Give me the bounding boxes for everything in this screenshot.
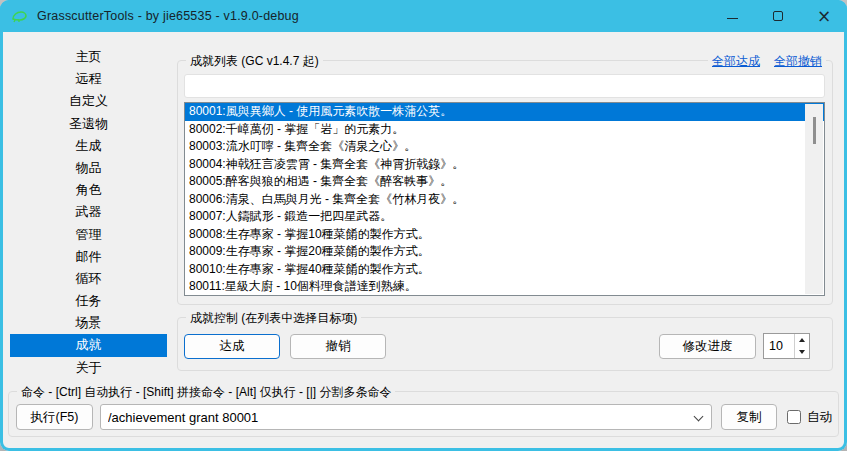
minimize-icon <box>727 18 738 19</box>
achievement-search-input[interactable] <box>184 74 825 98</box>
achievement-row[interactable]: 80011:星級大廚 - 10個料理食譜達到熟練。 <box>185 278 824 296</box>
achievement-row[interactable]: 80004:神戟狂言凌雲霄 - 集齊全套《神霄折戟錄》。 <box>185 156 824 174</box>
window-title: GrasscutterTools - by jie65535 - v1.9.0-… <box>37 9 299 23</box>
grant-button[interactable]: 达成 <box>184 334 280 359</box>
sidebar-item-4[interactable]: 圣遗物 <box>10 113 167 135</box>
achievement-row[interactable]: 80001:風與異鄉人 - 使用風元素吹散一株蒲公英。 <box>185 103 824 121</box>
achievement-row[interactable]: 80006:清泉、白馬與月光 - 集齊全套《竹林月夜》。 <box>185 191 824 209</box>
sidebar-item-9[interactable]: 管理 <box>10 224 167 246</box>
achievement-list-group-title: 成就列表 (GC v1.4.7 起) <box>186 53 323 70</box>
app-logo-icon <box>11 8 29 24</box>
titlebar: GrasscutterTools - by jie65535 - v1.9.0-… <box>0 0 847 32</box>
command-combobox <box>100 404 712 430</box>
grant-all-link[interactable]: 全部达成 <box>712 53 760 70</box>
app-window: GrasscutterTools - by jie65535 - v1.9.0-… <box>0 0 847 451</box>
sidebar-item-14[interactable]: 成就 <box>10 334 167 356</box>
sidebar-item-6[interactable]: 物品 <box>10 157 167 179</box>
sidebar-item-8[interactable]: 武器 <box>10 201 167 223</box>
close-button[interactable]: × <box>801 0 847 32</box>
progress-spinner[interactable]: 10 <box>763 333 810 359</box>
achievement-row[interactable]: 80008:生存專家 - 掌握10種菜餚的製作方式。 <box>185 226 824 244</box>
sidebar-item-15[interactable]: 关于 <box>10 357 167 379</box>
auto-checkbox-label: 自动 <box>807 409 832 426</box>
achievement-row[interactable]: 80010:生存專家 - 掌握40種菜餚的製作方式。 <box>185 261 824 279</box>
sidebar-item-5[interactable]: 生成 <box>10 135 167 157</box>
revoke-button[interactable]: 撤销 <box>290 334 386 359</box>
achievement-listbox: 80001:風與異鄉人 - 使用風元素吹散一株蒲公英。80002:千嶂萬仞 - … <box>184 102 825 296</box>
achievement-rows: 80001:風與異鄉人 - 使用風元素吹散一株蒲公英。80002:千嶂萬仞 - … <box>185 103 824 296</box>
sidebar-item-7[interactable]: 角色 <box>10 179 167 201</box>
auto-checkbox-wrap[interactable]: 自动 <box>787 404 832 430</box>
command-input[interactable] <box>101 405 685 429</box>
minimize-button[interactable] <box>709 0 755 32</box>
sidebar-nav: 主页远程自定义圣遗物生成物品角色武器管理邮件循环任务场景成就关于 <box>10 46 167 379</box>
edit-progress-button[interactable]: 修改进度 <box>659 334 756 359</box>
chevron-down-icon[interactable] <box>694 412 704 422</box>
spinner-down-icon <box>799 350 805 354</box>
achievement-row[interactable]: 80009:生存專家 - 掌握20種菜餚的製作方式。 <box>185 243 824 261</box>
maximize-icon <box>773 11 783 21</box>
sidebar-item-12[interactable]: 任务 <box>10 290 167 312</box>
spinner-buttons <box>794 334 809 358</box>
sidebar-item-3[interactable]: 自定义 <box>10 90 167 112</box>
maximize-button[interactable] <box>755 0 801 32</box>
achievement-row[interactable]: 80007:人鑄賦形 - 鍛造一把四星武器。 <box>185 208 824 226</box>
list-scrollbar-thumb[interactable] <box>813 117 816 144</box>
achievement-row[interactable]: 80005:醉客與狼的相遇 - 集齊全套《醉客軼事》。 <box>185 173 824 191</box>
sidebar-item-11[interactable]: 循环 <box>10 268 167 290</box>
auto-checkbox[interactable] <box>787 410 801 424</box>
achievement-control-group-title: 成就控制 (在列表中选择目标项) <box>186 310 361 327</box>
spinner-down-button[interactable] <box>795 346 809 358</box>
sidebar-item-1[interactable]: 主页 <box>10 46 167 68</box>
sidebar-item-10[interactable]: 邮件 <box>10 246 167 268</box>
sidebar-item-13[interactable]: 场景 <box>10 312 167 334</box>
window-controls: × <box>709 0 847 32</box>
command-group-title: 命令 - [Ctrl] 自动执行 - [Shift] 拼接命令 - [Alt] … <box>17 384 395 401</box>
achievement-list-links: 全部达成 全部撤销 <box>708 53 826 70</box>
close-icon: × <box>817 8 831 25</box>
spinner-up-icon <box>799 338 805 342</box>
sidebar-item-2[interactable]: 远程 <box>10 68 167 90</box>
run-command-button[interactable]: 执行(F5) <box>16 404 93 430</box>
achievement-row[interactable]: 80003:流水叮嚀 - 集齊全套《清泉之心》。 <box>185 138 824 156</box>
achievement-row[interactable]: 80002:千嶂萬仞 - 掌握「岩」的元素力。 <box>185 121 824 139</box>
copy-button[interactable]: 复制 <box>721 404 777 430</box>
list-scrollbar <box>805 104 823 294</box>
progress-value[interactable]: 10 <box>764 334 794 358</box>
revoke-all-link[interactable]: 全部撤销 <box>774 53 822 70</box>
spinner-up-button[interactable] <box>795 334 809 346</box>
